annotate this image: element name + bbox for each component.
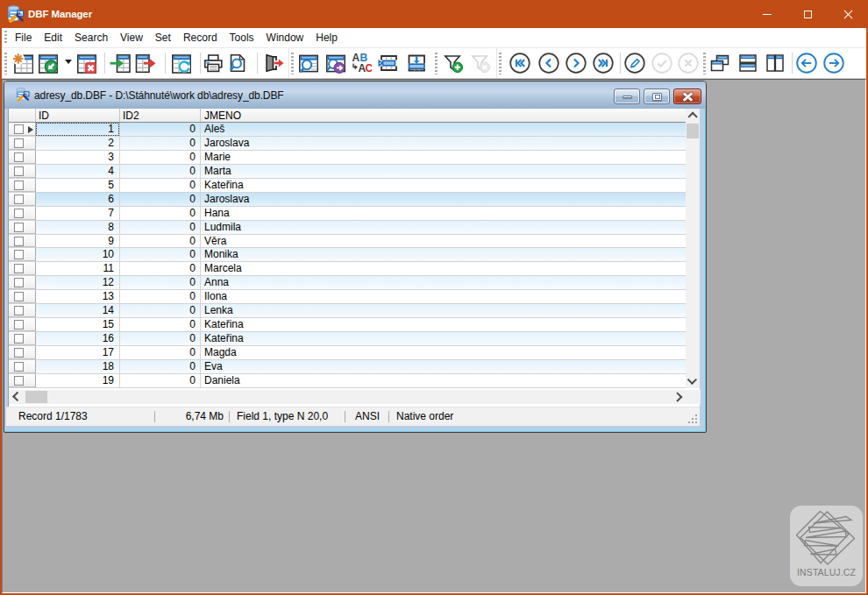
toolbar-gripper-4[interactable]: [499, 53, 502, 74]
cell-id[interactable]: 5: [36, 179, 120, 192]
cell-id2[interactable]: 0: [120, 137, 201, 150]
row-checkbox[interactable]: [14, 306, 24, 315]
goto-record-button[interactable]: [376, 51, 401, 75]
grid-row[interactable]: 20Jaroslava: [9, 137, 687, 151]
open-table-button[interactable]: [35, 51, 60, 75]
edit-record-button[interactable]: [623, 51, 647, 75]
cancel-record-button[interactable]: [676, 51, 701, 75]
cell-id2[interactable]: 0: [120, 262, 201, 275]
cell-id2[interactable]: 0: [120, 221, 201, 234]
row-indicator-cell[interactable]: [9, 193, 36, 206]
toolbar-gripper-1[interactable]: [4, 53, 7, 74]
toolbar-gripper-3[interactable]: [435, 53, 438, 74]
row-checkbox[interactable]: [14, 181, 24, 190]
cell-id[interactable]: 3: [36, 151, 120, 164]
cell-id2[interactable]: 0: [120, 248, 201, 261]
scroll-left-button[interactable]: [9, 390, 23, 404]
horizontal-scrollbar[interactable]: [9, 390, 701, 404]
grid-row[interactable]: 130Ilona: [9, 290, 687, 304]
menu-view[interactable]: View: [114, 32, 149, 44]
cell-jmeno[interactable]: Marta: [201, 165, 687, 178]
menu-file[interactable]: File: [9, 32, 38, 44]
horizontal-scroll-thumb[interactable]: [25, 391, 47, 403]
cell-jmeno[interactable]: Eva: [201, 360, 687, 373]
cascade-windows-button[interactable]: [708, 51, 732, 75]
cell-jmeno[interactable]: Ludmila: [201, 221, 687, 234]
cell-id[interactable]: 6: [36, 193, 120, 206]
column-header-JMENO[interactable]: JMENO: [201, 109, 687, 122]
cell-id2[interactable]: 0: [120, 151, 201, 164]
find-next-button[interactable]: [323, 51, 347, 75]
cell-jmeno[interactable]: Lenka: [201, 304, 687, 317]
row-indicator-cell[interactable]: [9, 235, 36, 248]
cell-id[interactable]: 16: [36, 332, 120, 345]
row-checkbox[interactable]: [14, 334, 24, 344]
row-indicator-cell[interactable]: [9, 248, 36, 261]
cell-id[interactable]: 13: [36, 290, 120, 303]
column-header-indicator[interactable]: [9, 109, 36, 122]
cell-jmeno[interactable]: Hana: [201, 207, 687, 220]
exit-button[interactable]: [261, 51, 286, 75]
cell-id[interactable]: 9: [36, 235, 120, 248]
row-checkbox[interactable]: [14, 250, 24, 259]
import-table-button[interactable]: [108, 51, 132, 75]
new-table-button[interactable]: [11, 51, 35, 75]
print-preview-button[interactable]: [225, 51, 250, 75]
grid-row[interactable]: 180Eva: [9, 360, 687, 374]
menu-edit[interactable]: Edit: [38, 32, 68, 44]
cell-id[interactable]: 15: [36, 318, 120, 331]
prior-record-button[interactable]: [537, 51, 561, 75]
grid-row[interactable]: 40Marta: [9, 165, 687, 179]
cell-jmeno[interactable]: Jaroslava: [201, 137, 687, 150]
cell-jmeno[interactable]: Monika: [201, 248, 687, 261]
grid-row[interactable]: 50Kateřina: [9, 179, 687, 193]
row-checkbox[interactable]: [14, 195, 24, 204]
cell-id[interactable]: 12: [36, 276, 120, 289]
close-button[interactable]: [828, 0, 868, 28]
maximize-button[interactable]: [787, 0, 828, 28]
row-checkbox[interactable]: [14, 223, 24, 232]
first-record-button[interactable]: [508, 51, 532, 75]
row-indicator-cell[interactable]: [9, 332, 36, 345]
grid-row[interactable]: 100Monika: [9, 248, 687, 262]
navigate-forward-button[interactable]: [822, 51, 846, 75]
cell-id2[interactable]: 0: [120, 165, 201, 178]
row-indicator-cell[interactable]: [9, 151, 36, 164]
grid-row[interactable]: 110Marcela: [9, 262, 687, 276]
resize-grip[interactable]: [688, 414, 697, 423]
row-indicator-cell[interactable]: [9, 179, 36, 192]
cell-id[interactable]: 8: [36, 221, 120, 234]
grid-row[interactable]: 120Anna: [9, 276, 687, 290]
post-record-button[interactable]: [650, 51, 674, 75]
row-checkbox[interactable]: [14, 124, 24, 134]
cell-jmeno[interactable]: Věra: [201, 235, 687, 248]
row-checkbox[interactable]: [14, 320, 24, 329]
cell-id[interactable]: 4: [36, 165, 120, 178]
filter-add-button[interactable]: [441, 51, 466, 75]
cell-id2[interactable]: 0: [120, 304, 201, 317]
cell-id[interactable]: 2: [36, 137, 120, 150]
child-close-button[interactable]: [673, 89, 701, 104]
cell-jmeno[interactable]: Kateřina: [201, 318, 687, 331]
cell-id[interactable]: 1: [36, 123, 120, 136]
row-checkbox[interactable]: [14, 362, 24, 372]
cell-id2[interactable]: 0: [120, 360, 201, 373]
scroll-up-button[interactable]: [686, 109, 700, 123]
row-checkbox[interactable]: [14, 138, 24, 148]
filter-remove-button[interactable]: [468, 51, 493, 75]
row-checkbox[interactable]: [14, 348, 24, 358]
row-indicator-cell[interactable]: [9, 262, 36, 275]
row-indicator-cell[interactable]: [9, 374, 36, 387]
cell-id2[interactable]: 0: [120, 207, 201, 220]
cell-id2[interactable]: 0: [120, 374, 201, 387]
column-header-ID[interactable]: ID: [36, 109, 120, 122]
minimize-button[interactable]: [747, 0, 787, 28]
row-checkbox[interactable]: [14, 376, 24, 386]
row-checkbox[interactable]: [14, 166, 24, 176]
cell-id2[interactable]: 0: [120, 346, 201, 359]
cell-id[interactable]: 17: [36, 346, 120, 359]
grid-row[interactable]: 150Kateřina: [9, 318, 687, 332]
row-checkbox[interactable]: [14, 237, 24, 246]
cell-jmeno[interactable]: Anna: [201, 276, 687, 289]
menu-set[interactable]: Set: [149, 32, 177, 44]
